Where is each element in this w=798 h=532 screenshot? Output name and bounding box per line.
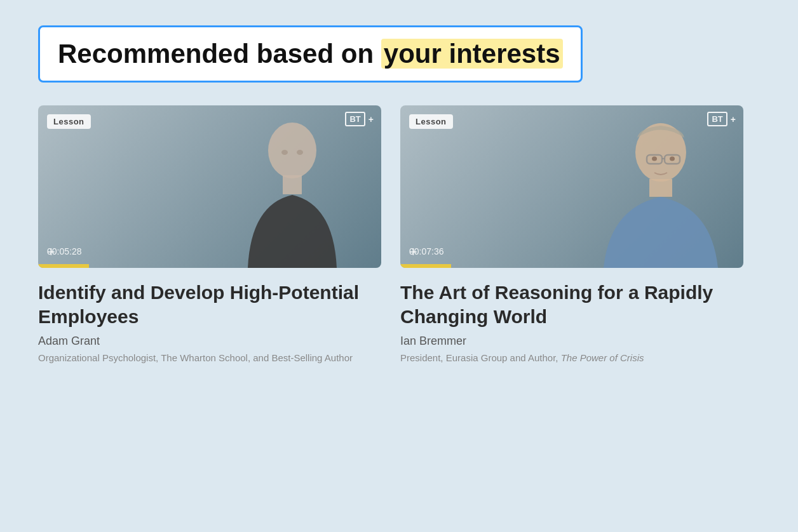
- svg-point-9: [652, 157, 657, 161]
- card-2-author: Ian Bremmer: [400, 335, 743, 348]
- card-1-author: Adam Grant: [38, 335, 381, 348]
- heading-highlight: your interests: [381, 39, 563, 69]
- page-container: Recommended based on your interests Less…: [0, 0, 798, 532]
- card-2: Lesson BT +: [400, 105, 743, 379]
- svg-point-3: [297, 150, 303, 155]
- card-1-subtitle: Organizational Psychologist, The Wharton…: [38, 351, 381, 364]
- svg-point-0: [268, 123, 316, 178]
- card-2-image: Lesson BT +: [400, 105, 743, 268]
- page-heading: Recommended based on your interests: [58, 39, 563, 69]
- card-1-add-button[interactable]: +: [47, 245, 55, 259]
- svg-point-10: [670, 157, 675, 161]
- card-1: Lesson BT +: [38, 105, 381, 379]
- card-2-subtitle: President, Eurasia Group and Author, The…: [400, 351, 743, 364]
- card-1-image: Lesson BT +: [38, 105, 381, 268]
- svg-rect-1: [283, 175, 302, 194]
- heading-box: Recommended based on your interests: [38, 25, 583, 83]
- card-2-title: The Art of Reasoning for a Rapidly Chang…: [400, 281, 743, 328]
- card-2-add-button[interactable]: +: [409, 245, 417, 259]
- fade-overlay: [760, 0, 798, 532]
- cards-row: Lesson BT +: [38, 105, 760, 379]
- card-2-badge: Lesson: [409, 114, 453, 129]
- card-1-bt-plus: +: [369, 114, 374, 124]
- svg-rect-5: [649, 179, 672, 197]
- heading-prefix: Recommended based on: [58, 39, 381, 69]
- card-1-title: Identify and Develop High-Potential Empl…: [38, 281, 381, 328]
- svg-point-2: [281, 150, 288, 155]
- card-2-bt-plus: +: [731, 114, 736, 124]
- card-1-badge: Lesson: [47, 114, 91, 129]
